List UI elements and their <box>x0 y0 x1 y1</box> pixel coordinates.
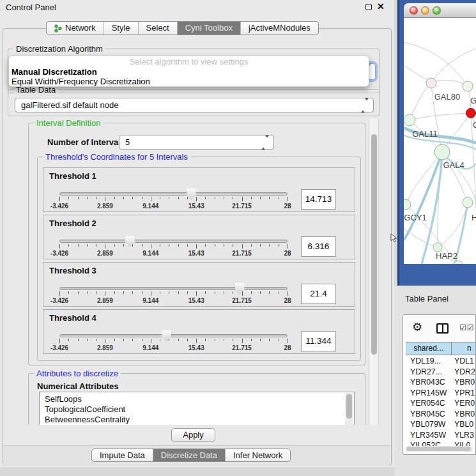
cell-shared-name[interactable]: YER054C <box>406 398 452 409</box>
table-row[interactable]: YDL19...YDL1 <box>406 356 475 367</box>
table-row[interactable]: YPR145WYPR1 <box>406 388 475 399</box>
cell-shared-name[interactable]: YLR345W <box>406 430 452 441</box>
apply-button[interactable]: Apply <box>171 428 215 442</box>
threshold-4-slider[interactable]: -3.4262.8599.14415.4321.71528 <box>59 330 288 353</box>
close-icon[interactable]: ✕ <box>377 1 385 12</box>
popup-item-manual-discretization[interactable]: Manual Discretization <box>9 67 369 77</box>
cell-name[interactable]: YBR0 <box>452 377 475 388</box>
cell-shared-name[interactable]: YBR045C <box>406 409 452 420</box>
attributes-group: Attributes to discretize Numerical Attri… <box>28 373 365 425</box>
network-edge[interactable] <box>410 83 431 120</box>
network-node[interactable] <box>463 197 473 208</box>
table-horizontal-scrollbar[interactable] <box>406 446 473 452</box>
network-node[interactable] <box>434 144 450 160</box>
slider-track[interactable] <box>59 334 288 337</box>
table-row[interactable]: YBR043CYBR0 <box>406 377 475 388</box>
threshold-1-slider[interactable]: -3.4262.8599.14415.4321.71528 <box>59 188 288 211</box>
combo-stepper-icon[interactable] <box>261 137 269 147</box>
slider-track[interactable] <box>59 240 288 243</box>
threshold-3-value-field[interactable]: 21.4 <box>301 284 336 304</box>
cell-name[interactable]: YBR0 <box>452 409 475 420</box>
popup-item-equal-width-frequency[interactable]: Equal Width/Frequency Discretization <box>9 77 369 86</box>
scrollbar-thumb[interactable] <box>346 394 352 418</box>
threshold-4-label: Threshold 4 <box>49 313 96 323</box>
table-row[interactable]: YBR045CYBR0 <box>406 409 475 420</box>
cell-name[interactable]: YPR1 <box>452 388 475 399</box>
algorithm-dropdown-popup: Select algorithm to view settings Manual… <box>8 56 369 87</box>
tab-jactivemnodules[interactable]: jActiveMNodules <box>241 22 318 35</box>
tab-impute-data[interactable]: Impute Data <box>92 449 153 461</box>
combo-stepper-icon[interactable] <box>361 100 369 110</box>
network-window-titlebar[interactable] <box>404 3 476 18</box>
threshold-4-value-field[interactable]: 11.344 <box>301 331 336 351</box>
top-tab-bar: NetworkStyleSelectCyni ToolboxjActiveMNo… <box>46 21 319 35</box>
table-row[interactable]: YLR345WYLR3 <box>406 430 475 441</box>
column-header-name[interactable]: n <box>452 342 475 355</box>
node-label: GAL4 <box>443 160 464 170</box>
network-edge[interactable] <box>442 152 476 202</box>
threshold-2-value-field[interactable]: 6.316 <box>301 236 336 257</box>
slider-track[interactable] <box>59 192 288 196</box>
scrollbar-thumb[interactable] <box>371 134 377 355</box>
slider-tick-labels: -3.4262.8599.14415.4321.71528 <box>59 344 288 352</box>
cell-shared-name[interactable]: YDL19... <box>406 356 452 367</box>
table-row[interactable]: YDR27...YDR2 <box>406 367 475 378</box>
table-row[interactable]: YBL079WYBL0 <box>406 419 475 430</box>
number-of-intervals-label: Number of Intervals <box>47 137 125 147</box>
column-header-shared-name[interactable]: shared... <box>406 342 452 355</box>
cell-name[interactable]: YER0 <box>452 398 475 409</box>
tab-style[interactable]: Style <box>104 22 139 35</box>
network-node[interactable] <box>463 81 473 91</box>
number-of-intervals-combobox[interactable]: 5 <box>119 135 274 150</box>
cell-name[interactable]: YLR3 <box>452 430 475 441</box>
threshold-2-slider[interactable]: -3.4262.8599.14415.4321.71528 <box>59 236 288 259</box>
attribute-item[interactable]: BetweennessCentrality <box>40 415 354 425</box>
main-scrollbar[interactable] <box>369 119 379 425</box>
network-edge[interactable] <box>431 49 476 83</box>
cell-shared-name[interactable]: YDR27... <box>406 367 452 378</box>
minimize-traffic-light[interactable] <box>421 6 429 15</box>
cell-name[interactable]: YDR2 <box>452 367 475 378</box>
table-row[interactable]: YER054CYER0 <box>406 398 475 409</box>
network-node[interactable] <box>433 243 442 252</box>
cell-shared-name[interactable]: YBR043C <box>406 377 452 388</box>
node-label: GAL80 <box>434 92 460 102</box>
cell-shared-name[interactable]: YBL079W <box>406 419 452 430</box>
tab-select[interactable]: Select <box>139 22 178 35</box>
network-node[interactable] <box>426 78 436 88</box>
network-canvas[interactable]: GAL80GACGAL11GAL4GCY1HHAP2 <box>404 18 476 264</box>
threshold-2-label: Threshold 2 <box>49 219 96 228</box>
bottom-tab-bar: Impute DataDiscretize DataInfer Network <box>91 449 291 462</box>
numerical-attributes-list[interactable]: SelfLoopsTopologicalCoefficientBetweenne… <box>39 392 355 425</box>
network-node[interactable] <box>404 114 415 126</box>
attributes-scrollbar[interactable] <box>345 393 353 425</box>
cell-shared-name[interactable]: YPR145W <box>406 388 452 399</box>
tab-infer-network[interactable]: Infer Network <box>226 449 290 461</box>
network-edge[interactable] <box>404 42 468 86</box>
select-checkboxes-icon[interactable]: ☑☑ <box>459 323 475 332</box>
threshold-3-slider[interactable]: -3.4262.8599.14415.4321.71528 <box>59 283 288 306</box>
tab-network[interactable]: Network <box>47 22 104 35</box>
slider-track[interactable] <box>59 287 288 290</box>
cell-name[interactable]: YBL0 <box>452 419 475 430</box>
scrollbar-thumb[interactable] <box>406 447 471 451</box>
tab-discretize-data[interactable]: Discretize Data <box>153 449 226 461</box>
threshold-1-value-field[interactable]: 14.713 <box>301 189 336 210</box>
slider-tick-labels: -3.4262.8599.14415.4321.71528 <box>59 297 288 305</box>
network-edge[interactable] <box>431 80 468 86</box>
columns-icon[interactable] <box>436 323 449 334</box>
zoom-traffic-light[interactable] <box>433 6 441 15</box>
cell-name[interactable]: YDL1 <box>452 356 475 367</box>
attributes-group-title: Attributes to discretize <box>34 369 121 378</box>
table-window: ⚙ ☑☑ shared... n YDL19...YDL1YDR27...YDR… <box>403 314 476 455</box>
float-window-icon[interactable] <box>365 4 372 10</box>
close-traffic-light[interactable] <box>410 6 418 15</box>
table-data-combobox[interactable]: galFiltered.sif default node <box>15 98 374 112</box>
gear-icon[interactable]: ⚙ <box>412 320 422 334</box>
network-node[interactable] <box>466 109 476 118</box>
network-edge[interactable] <box>410 113 471 120</box>
attribute-item[interactable]: SelfLoops <box>40 394 354 404</box>
network-node[interactable] <box>404 199 411 210</box>
tab-cyni-toolbox[interactable]: Cyni Toolbox <box>178 22 241 35</box>
attribute-item[interactable]: TopologicalCoefficient <box>40 404 354 415</box>
